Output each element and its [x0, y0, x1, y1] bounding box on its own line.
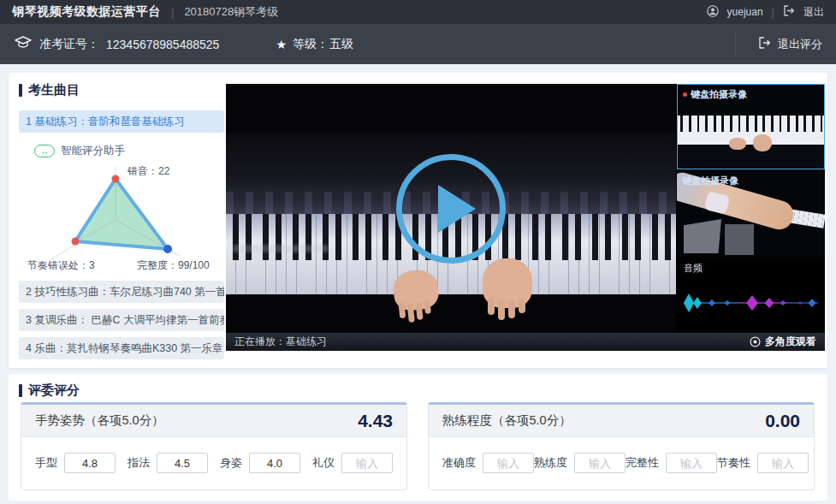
session-title: 20180728钢琴考级	[184, 4, 278, 20]
rhythm-input[interactable]	[757, 453, 809, 473]
proficiency-panel-total: 0.00	[765, 411, 800, 431]
radar-label-completeness: 完整度：99/100	[137, 259, 210, 271]
radar-label-wrong-notes: 错音：22	[127, 165, 170, 177]
level-value: 五级	[329, 37, 353, 52]
song-item-2[interactable]: 2 技巧性练习曲：车尔尼练习曲740 第一首	[19, 281, 224, 303]
logout-icon	[783, 5, 795, 19]
hand-shape-input[interactable]	[64, 453, 116, 473]
field-label-etiquette: 礼仪	[312, 455, 335, 471]
accuracy-input[interactable]	[483, 453, 534, 473]
mini-hand	[753, 134, 772, 151]
level-label: 等级：	[293, 37, 329, 52]
logout-button[interactable]: 退出	[803, 5, 824, 20]
thumbnail-keyboard-view-1[interactable]: 键盘拍摄录像	[677, 84, 825, 169]
completeness-input[interactable]	[666, 453, 717, 473]
field-label-accuracy: 准确度	[442, 455, 476, 471]
username[interactable]: yuejuan	[727, 6, 763, 18]
song-list-title: 考生曲目	[28, 82, 80, 98]
camera-angle-thumbnails: 键盘拍摄录像 键盘拍摄录像	[677, 84, 825, 333]
ticket-number: 12345678985488525	[106, 38, 219, 51]
gesture-panel-total: 4.43	[358, 411, 393, 431]
thumbnail-1-label-row: 键盘拍摄录像	[683, 88, 747, 101]
piano-front	[226, 294, 676, 333]
ticket-label: 准考证号：	[39, 37, 99, 52]
thumbnail-1-label: 键盘拍摄录像	[691, 88, 747, 101]
mini-keyboard-1	[678, 116, 824, 145]
song-item-1[interactable]: 1 基础练习：音阶和琶音基础练习	[19, 110, 224, 133]
video-player: 键盘拍摄录像 键盘拍摄录像	[226, 84, 825, 351]
fingering-input[interactable]	[157, 453, 208, 473]
section-marker	[19, 84, 22, 97]
play-icon	[438, 185, 476, 233]
assistant-label: 智能评分助手	[61, 144, 125, 158]
field-label-posture: 身姿	[220, 455, 242, 471]
graduation-cap-icon	[14, 35, 33, 53]
exit-scoring-icon	[758, 37, 771, 51]
player-status-bar: 正在播放：基础练习 多角度观看	[226, 333, 825, 351]
thumbnail-2-label: 键盘拍摄录像	[682, 175, 738, 187]
audio-waveform	[677, 277, 825, 329]
right-hand	[483, 258, 532, 308]
user-icon	[707, 5, 719, 20]
recording-dot-icon	[683, 92, 687, 97]
main-video[interactable]	[226, 84, 676, 333]
audio-track[interactable]: 音频	[677, 258, 825, 333]
judge-scoring-card: 评委评分 手势姿势（各项5.0分） 4.43 手型 指法 身姿 礼仪	[9, 374, 827, 501]
play-button[interactable]	[396, 154, 506, 264]
song-list-sidebar: 考生曲目 1 基础练习：音阶和琶音基础练习 ↔ 智能评分助手	[19, 82, 224, 359]
field-label-hand-shape: 手型	[35, 455, 57, 471]
proficiency-panel-title: 熟练程度（各项5.0分）	[442, 412, 572, 429]
exit-scoring-button[interactable]: 退出评分	[735, 33, 822, 56]
multi-angle-eye-icon	[750, 336, 761, 347]
radar-chart: 错音：22 节奏错误处：3 完整度：99/100	[19, 160, 224, 275]
side-view-shape	[725, 224, 754, 255]
smart-scoring-assistant[interactable]: ↔ 智能评分助手	[34, 144, 224, 158]
topbar-divider: |	[772, 6, 774, 19]
proficiency-panel: 熟练程度（各项5.0分） 0.00 准确度 熟练度 完整性 节奏性	[428, 402, 815, 490]
gesture-panel-title: 手势姿势（各项5.0分）	[35, 412, 164, 429]
top-bar: 钢琴视频考级数据运营平台 | 20180728钢琴考级 yuejuan | 退出	[0, 0, 836, 24]
field-label-completeness: 完整性	[626, 455, 659, 471]
assistant-toggle-icon[interactable]: ↔	[34, 145, 55, 157]
audio-label: 音频	[684, 262, 703, 275]
section-marker	[19, 384, 22, 397]
field-label-proficiency: 熟练度	[534, 455, 567, 471]
mini-hand	[729, 138, 746, 150]
radar-label-rhythm-errors: 节奏错误处：3	[27, 259, 95, 271]
scoring-title: 评委评分	[28, 382, 80, 399]
song-item-3[interactable]: 3 复调乐曲： 巴赫C 大调平均律第一首前奏曲	[19, 309, 224, 331]
gesture-posture-panel: 手势姿势（各项5.0分） 4.43 手型 指法 身姿 礼仪	[21, 402, 407, 490]
field-label-fingering: 指法	[127, 455, 150, 471]
exit-scoring-label: 退出评分	[778, 37, 822, 52]
app-title: 钢琴视频考级数据运营平台	[12, 4, 161, 20]
multi-angle-button[interactable]: 多角度观看	[750, 335, 816, 349]
star-icon: ★	[276, 38, 287, 51]
title-divider: |	[171, 6, 174, 19]
exam-info-bar: 准考证号： 12345678985488525 ★ 等级： 五级 退出评分	[0, 24, 836, 64]
exam-main-card: 考生曲目 1 基础练习：音阶和琶音基础练习 ↔ 智能评分助手	[9, 73, 827, 368]
field-label-rhythm: 节奏性	[717, 455, 750, 471]
posture-input[interactable]	[249, 453, 300, 473]
song-item-4[interactable]: 4 乐曲：莫扎特钢琴奏鸣曲K330 第一乐章	[19, 337, 224, 359]
side-view-shape	[684, 219, 721, 253]
now-playing-text: 正在播放：基础练习	[234, 335, 327, 349]
etiquette-input[interactable]	[341, 453, 393, 473]
video-watermark	[233, 245, 329, 252]
thumbnail-keyboard-view-2[interactable]: 键盘拍摄录像	[677, 171, 825, 257]
proficiency-input[interactable]	[574, 453, 626, 473]
